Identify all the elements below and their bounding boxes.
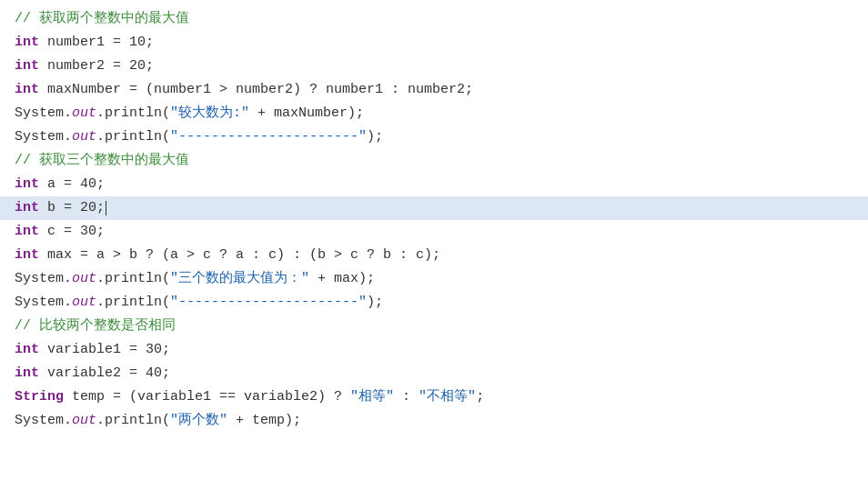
kw-token: int <box>15 363 39 385</box>
code-editor: // 获取两个整数中的最大值int number1 = 10;int numbe… <box>0 0 868 500</box>
kw-token: int <box>15 32 39 54</box>
plain-token: b = 20; <box>39 197 105 219</box>
plain-token: ); <box>367 292 383 314</box>
comment-token: // 获取三个整数中的最大值 <box>15 150 189 172</box>
code-line: System.out.println("--------------------… <box>0 125 868 149</box>
code-line: int max = a > b ? (a > c ? a : c) : (b >… <box>0 244 868 267</box>
string-token: "三个数的最大值为：" <box>170 268 309 290</box>
code-line: System.out.println("--------------------… <box>0 291 868 315</box>
out-token: out <box>72 410 96 432</box>
code-line: // 比较两个整数是否相同 <box>0 315 868 338</box>
plain-token: c = 30; <box>39 221 105 243</box>
code-line: // 获取两个整数中的最大值 <box>0 7 868 31</box>
comment-token: // 比较两个整数是否相同 <box>15 315 176 337</box>
string-token: "不相等" <box>419 386 476 408</box>
out-token: out <box>72 292 96 314</box>
string-token: "相等" <box>350 386 394 408</box>
string-token: "----------------------" <box>170 292 367 314</box>
plain-token: System. <box>15 126 72 148</box>
kw-token: int <box>15 174 39 195</box>
code-line: System.out.println("三个数的最大值为：" + max); <box>0 267 868 291</box>
code-line: int c = 30; <box>0 220 868 244</box>
plain-token: maxNumber = (number1 > number2) ? number… <box>39 79 473 101</box>
kw-token: int <box>15 197 39 219</box>
text-cursor <box>106 201 106 215</box>
string-token: "较大数为:" <box>170 103 249 125</box>
code-line: int maxNumber = (number1 > number2) ? nu… <box>0 78 868 102</box>
kw-token: int <box>15 79 39 101</box>
out-token: out <box>72 126 96 148</box>
kw-token: int <box>15 339 39 361</box>
string-token: "两个数" <box>170 410 227 432</box>
out-token: out <box>72 103 96 125</box>
plain-token: ); <box>367 126 383 148</box>
plain-token: .println( <box>96 410 170 432</box>
plain-token: + temp); <box>227 410 301 432</box>
plain-token: System. <box>15 268 72 290</box>
code-line: int number1 = 10; <box>0 31 868 55</box>
plain-token: System. <box>15 103 72 125</box>
plain-token: number2 = 20; <box>39 55 154 77</box>
plain-token: temp = (variable1 == variable2) ? <box>64 386 350 408</box>
code-line: String temp = (variable1 == variable2) ?… <box>0 385 868 409</box>
plain-token: System. <box>15 292 72 314</box>
code-line: int b = 20; <box>0 196 868 220</box>
plain-token: + maxNumber); <box>249 103 364 125</box>
plain-token: variable2 = 40; <box>39 363 170 385</box>
plain-token: variable1 = 30; <box>39 339 170 361</box>
plain-token: max = a > b ? (a > c ? a : c) : (b > c ?… <box>39 245 440 266</box>
kw-token: int <box>15 221 39 243</box>
string-token: "----------------------" <box>170 126 367 148</box>
kw-token: int <box>15 55 39 77</box>
plain-token: .println( <box>96 292 170 314</box>
code-line: System.out.println("两个数" + temp); <box>0 409 868 433</box>
plain-token: .println( <box>96 126 170 148</box>
plain-token: + max); <box>309 268 375 290</box>
kw-token: String <box>15 386 64 408</box>
comment-token: // 获取两个整数中的最大值 <box>15 8 189 30</box>
plain-token: .println( <box>96 103 170 125</box>
plain-token: ; <box>476 386 484 408</box>
code-line: System.out.println("较大数为:" + maxNumber); <box>0 102 868 125</box>
code-line: int number2 = 20; <box>0 55 868 78</box>
plain-token: System. <box>15 410 72 432</box>
plain-token: a = 40; <box>39 174 105 195</box>
plain-token: .println( <box>96 268 170 290</box>
plain-token: number1 = 10; <box>39 32 154 54</box>
code-line: int variable1 = 30; <box>0 338 868 362</box>
code-line: int variable2 = 40; <box>0 362 868 385</box>
kw-token: int <box>15 245 39 266</box>
out-token: out <box>72 268 96 290</box>
code-line: // 获取三个整数中的最大值 <box>0 149 868 173</box>
code-line: int a = 40; <box>0 173 868 196</box>
plain-token: : <box>394 386 419 408</box>
